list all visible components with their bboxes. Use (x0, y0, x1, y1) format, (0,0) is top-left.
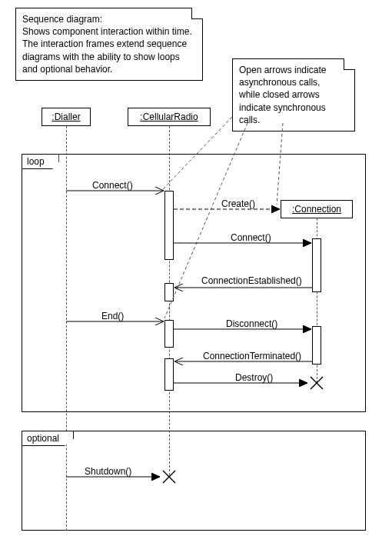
lifeline-cellular-radio-label: :CellularRadio (140, 112, 198, 122)
lifeline-dialler: :Dialler (42, 108, 91, 126)
msg-conn-established: ConnectionEstablished() (201, 275, 302, 286)
frame-loop-text: loop (27, 156, 45, 167)
msg-conn-terminated: ConnectionTerminated() (203, 351, 301, 361)
note-fold-icon (344, 58, 355, 70)
sequence-diagram: Sequence diagram: Shows component intera… (0, 0, 392, 546)
activation-cellularradio-2 (164, 283, 174, 301)
note-arrows: Open arrows indicate asynchronous calls,… (232, 58, 355, 132)
msg-connect: Connect() (92, 180, 133, 191)
frame-optional-text: optional (27, 433, 59, 444)
msg-destroy: Destroy() (235, 372, 273, 383)
lifeline-dialler-label: :Dialler (51, 112, 80, 122)
note-description-text: Sequence diagram: Shows component intera… (22, 13, 196, 75)
msg-connect2: Connect() (231, 232, 271, 243)
activation-connection-2 (312, 326, 321, 365)
destroy-x-icon (311, 377, 323, 389)
activation-cellularradio-4 (164, 358, 174, 391)
activation-cellularradio-1 (164, 191, 174, 260)
activation-connection-1 (312, 238, 321, 292)
frame-loop-label: loop (22, 155, 59, 169)
msg-create: Create() (221, 198, 255, 209)
destroy-x-icon (163, 471, 175, 483)
msg-disconnect: Disconnect() (226, 318, 277, 329)
msg-end: End() (101, 311, 124, 321)
frame-optional: optional (22, 431, 366, 531)
note-arrows-text: Open arrows indicate asynchronous calls,… (239, 64, 348, 126)
note-fold-icon (191, 8, 203, 19)
frame-optional-label: optional (22, 431, 74, 446)
msg-shutdown: Shutdown() (85, 466, 131, 477)
lifeline-cellular-radio: :CellularRadio (128, 108, 211, 126)
note-description: Sequence diagram: Shows component intera… (15, 8, 203, 81)
activation-cellularradio-3 (164, 320, 174, 348)
